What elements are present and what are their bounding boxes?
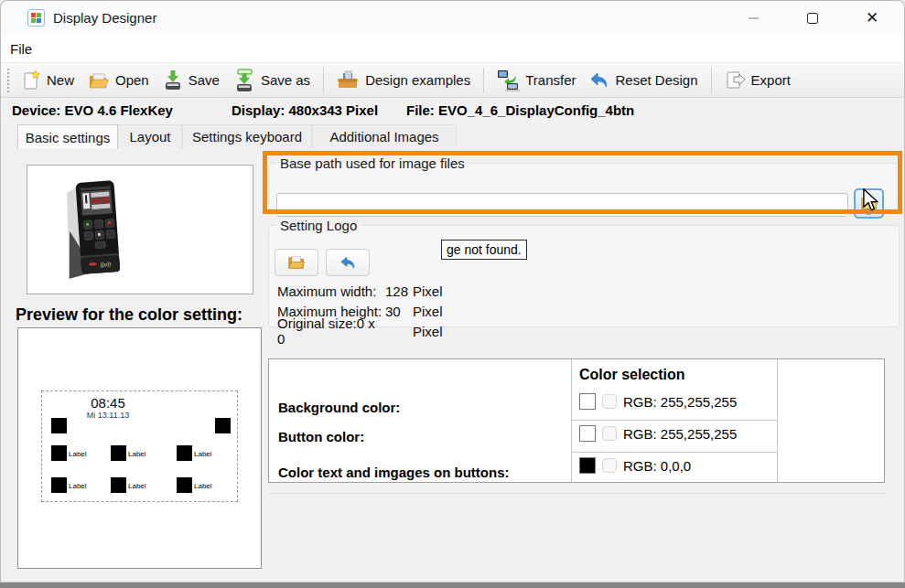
basic-settings-panel: ((o)) Preview for the color setting: 08:… bbox=[1, 148, 904, 582]
toolbar-separator bbox=[483, 68, 484, 93]
toolbar-separator bbox=[323, 68, 324, 93]
tab-settings-keyboard[interactable]: Settings keyboard bbox=[182, 124, 312, 148]
preview-key-label: Label bbox=[128, 450, 146, 458]
preview-key-square bbox=[215, 418, 231, 433]
button-text-color-row: RGB: 0,0,0 bbox=[579, 457, 691, 474]
preview-date: Mi 13.11.13 bbox=[68, 411, 148, 420]
max-width-label: Maximum width: bbox=[277, 283, 385, 299]
export-button-label: Export bbox=[751, 72, 791, 88]
setting-logo-legend: Setting Logo bbox=[276, 218, 361, 233]
background-color-picker-button[interactable] bbox=[602, 394, 617, 409]
design-examples-button[interactable]: Design examples bbox=[329, 66, 478, 95]
preview-key-label: Label bbox=[194, 482, 212, 490]
menu-bar: File bbox=[1, 35, 904, 62]
save-as-button-label: Save as bbox=[261, 72, 310, 88]
design-examples-icon bbox=[335, 69, 361, 91]
original-size-unit: Pixel bbox=[413, 324, 443, 339]
save-as-button[interactable]: Save as bbox=[227, 65, 318, 96]
reset-design-button[interactable]: Reset Design bbox=[583, 66, 705, 95]
save-button-label: Save bbox=[189, 72, 220, 88]
display-info: Display: 480x343 Pixel bbox=[232, 102, 378, 118]
save-icon bbox=[162, 69, 184, 92]
transfer-icon bbox=[495, 69, 521, 92]
table-row-divider bbox=[572, 420, 777, 421]
save-as-icon bbox=[232, 69, 256, 92]
device-info: Device: EVO 4.6 FlexKey bbox=[12, 102, 173, 118]
preview-time: 08:45 bbox=[68, 395, 148, 411]
logo-info-rows: Maximum width: 128 Pixel Maximum height:… bbox=[277, 281, 443, 341]
tab-additional-images[interactable]: Additional Images bbox=[312, 124, 457, 148]
transfer-button[interactable]: Transfer bbox=[490, 65, 583, 96]
panel-divider bbox=[268, 493, 885, 494]
file-info: File: EVO_4_6_DisplayConfig_4btn bbox=[406, 102, 634, 118]
tab-basic-settings[interactable]: Basic settings bbox=[17, 124, 118, 149]
display-preview-area: 08:45 Mi 13.11.13 Label Label Label Labe… bbox=[41, 390, 238, 502]
table-row-divider bbox=[572, 452, 777, 453]
button-text-color-rgb: RGB: 0,0,0 bbox=[623, 458, 691, 474]
max-width-value: 128 bbox=[385, 283, 413, 299]
preview-key-square bbox=[111, 477, 126, 493]
open-folder-icon bbox=[87, 69, 111, 91]
minimize-button[interactable] bbox=[732, 1, 774, 35]
table-divider bbox=[777, 359, 778, 482]
design-examples-button-label: Design examples bbox=[365, 72, 470, 88]
save-button[interactable]: Save bbox=[156, 65, 227, 96]
background-color-swatch[interactable] bbox=[579, 393, 596, 410]
original-size-row: Original size:0 x 0 Pixel bbox=[277, 321, 443, 341]
export-button[interactable]: Export bbox=[717, 66, 798, 95]
toolbar-separator bbox=[711, 68, 712, 93]
preview-key-label: Label bbox=[194, 450, 212, 458]
button-color-picker-button[interactable] bbox=[602, 426, 617, 441]
menu-file[interactable]: File bbox=[1, 41, 41, 57]
max-height-unit: Pixel bbox=[413, 304, 443, 319]
button-text-color-picker-button[interactable] bbox=[602, 458, 617, 473]
base-path-legend: Base path used for image files bbox=[276, 155, 469, 171]
close-button[interactable]: ✕ bbox=[851, 1, 893, 35]
max-width-unit: Pixel bbox=[413, 283, 443, 299]
new-button[interactable]: New bbox=[15, 66, 81, 95]
max-width-row: Maximum width: 128 Pixel bbox=[277, 281, 443, 301]
color-preview-panel: 08:45 Mi 13.11.13 Label Label Label Labe… bbox=[17, 327, 262, 569]
button-color-rgb: RGB: 255,255,255 bbox=[623, 426, 737, 442]
color-settings-table: Background color: Button color: Color te… bbox=[268, 358, 885, 483]
display-designer-window: Display Designer ✕ File New Open bbox=[0, 0, 905, 588]
preview-key-label: Label bbox=[69, 450, 87, 458]
button-text-color-swatch[interactable] bbox=[579, 457, 596, 474]
image-not-found-label: ge not found. bbox=[441, 240, 527, 260]
max-height-value: 30 bbox=[385, 304, 413, 319]
preview-key-square bbox=[51, 418, 67, 433]
window-controls: ✕ bbox=[732, 1, 904, 35]
preview-key-square bbox=[51, 477, 67, 493]
new-file-icon bbox=[20, 69, 42, 91]
tab-layout[interactable]: Layout bbox=[118, 124, 182, 148]
reset-design-icon bbox=[588, 69, 610, 91]
preview-key-square bbox=[111, 445, 126, 461]
open-button-label: Open bbox=[115, 72, 149, 88]
toolbar-grip[interactable] bbox=[7, 69, 9, 92]
original-size-label: Original size:0 x 0 bbox=[277, 315, 385, 347]
background-color-rgb: RGB: 255,255,255 bbox=[623, 394, 737, 410]
open-button[interactable]: Open bbox=[81, 66, 156, 95]
toolbar: New Open Save bbox=[1, 62, 904, 98]
app-icon bbox=[27, 9, 45, 27]
device-image-box: ((o)) bbox=[27, 165, 253, 294]
base-path-input[interactable] bbox=[276, 193, 848, 217]
preview-key-square bbox=[177, 445, 192, 461]
preview-key-square bbox=[177, 477, 192, 493]
new-button-label: New bbox=[47, 72, 74, 88]
button-color-swatch[interactable] bbox=[579, 425, 596, 442]
reset-design-button-label: Reset Design bbox=[615, 72, 697, 88]
window-bottom-edge bbox=[0, 582, 905, 588]
maximize-icon bbox=[807, 13, 818, 24]
device-image: ((o)) bbox=[27, 166, 254, 295]
close-icon: ✕ bbox=[866, 10, 878, 26]
button-text-color-label: Color text and imgages on buttons: bbox=[278, 465, 510, 480]
background-color-row: RGB: 255,255,255 bbox=[579, 393, 737, 410]
load-logo-button[interactable] bbox=[275, 249, 318, 276]
button-color-row: RGB: 255,255,255 bbox=[579, 425, 737, 442]
preview-key-square bbox=[51, 445, 67, 461]
transfer-button-label: Transfer bbox=[525, 72, 576, 88]
preview-key-label: Label bbox=[128, 482, 146, 490]
reset-logo-button[interactable] bbox=[326, 249, 370, 276]
maximize-button[interactable] bbox=[792, 1, 834, 35]
